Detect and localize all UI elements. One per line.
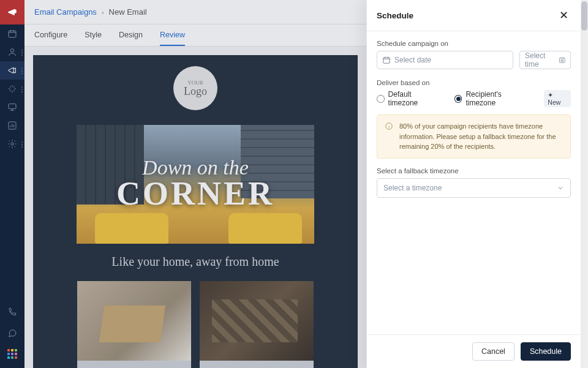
select-placeholder: Select a timezone bbox=[383, 184, 442, 192]
calendar-icon bbox=[7, 29, 17, 39]
schedule-panel: Schedule ✕ Schedule campaign on Select d… bbox=[366, 0, 581, 368]
svg-point-4 bbox=[11, 143, 13, 145]
breadcrumb-current: New Email bbox=[109, 7, 147, 17]
logo-placeholder: YOUR Logo bbox=[173, 66, 217, 110]
card-label: Co-Working bbox=[200, 361, 314, 368]
preview-scroll[interactable]: YOUR Logo Down on the CORNER Like your h… bbox=[24, 47, 366, 368]
tab-design[interactable]: Design bbox=[119, 24, 143, 46]
new-badge[interactable]: ✦ New bbox=[544, 90, 571, 107]
chart-icon bbox=[7, 121, 17, 130]
schedule-on-label: Schedule campaign on bbox=[377, 40, 571, 47]
hero-image: Down on the CORNER bbox=[77, 125, 314, 244]
chevron-down-icon bbox=[557, 184, 564, 192]
app-logo[interactable] bbox=[0, 0, 24, 24]
svg-rect-2 bbox=[9, 104, 16, 109]
hero-block-text: CORNER bbox=[116, 175, 274, 212]
deliver-label: Deliver based on bbox=[377, 79, 571, 86]
time-input[interactable]: Select time bbox=[519, 51, 571, 69]
preview-card: Co-Working bbox=[200, 281, 314, 368]
radio-recipient-timezone[interactable]: Recipient's timezone bbox=[454, 90, 530, 107]
hero-tagline: Like your home, away from home bbox=[33, 255, 358, 269]
radio-default-timezone[interactable]: Default timezone bbox=[377, 90, 441, 107]
fallback-label: Select a fallback timezone bbox=[377, 167, 571, 175]
radio-icon bbox=[454, 95, 462, 103]
chevron-right-icon: › bbox=[102, 9, 104, 16]
nav-calendar[interactable] bbox=[0, 24, 24, 43]
radio-icon bbox=[377, 95, 385, 103]
card-label: Meeting Rooms bbox=[77, 361, 191, 368]
monitor-icon bbox=[7, 102, 17, 112]
info-text: 80% of your campaign recipients have tim… bbox=[399, 121, 563, 152]
breadcrumb-bar: Email Campaigns › New Email bbox=[24, 0, 366, 24]
date-placeholder: Select date bbox=[394, 56, 431, 64]
svg-point-1 bbox=[10, 49, 13, 52]
main-area: Email Campaigns › New Email Configure St… bbox=[24, 0, 366, 368]
apps-icon bbox=[7, 349, 17, 359]
logo-script-text: Logo bbox=[184, 86, 207, 97]
breadcrumb-root[interactable]: Email Campaigns bbox=[34, 7, 97, 17]
nav-reports[interactable] bbox=[0, 116, 24, 135]
fallback-timezone-select[interactable]: Select a timezone bbox=[377, 178, 571, 198]
tab-style[interactable]: Style bbox=[85, 24, 102, 46]
chat-icon bbox=[7, 328, 17, 338]
timezone-info-banner: 80% of your campaign recipients have tim… bbox=[377, 115, 571, 159]
step-tabs: Configure Style Design Review bbox=[24, 24, 366, 47]
nav-phone[interactable] bbox=[0, 303, 24, 321]
date-input[interactable]: Select date bbox=[377, 51, 513, 69]
nav-apps[interactable] bbox=[0, 345, 24, 363]
tab-review[interactable]: Review bbox=[160, 24, 185, 46]
panel-title: Schedule bbox=[377, 11, 413, 20]
info-icon bbox=[385, 122, 393, 130]
nav-contacts[interactable] bbox=[0, 43, 24, 61]
app-sidebar bbox=[0, 0, 24, 368]
calendar-icon bbox=[382, 56, 391, 64]
window-scrollbar[interactable] bbox=[581, 0, 588, 368]
megaphone-icon bbox=[7, 7, 18, 18]
gear-icon bbox=[7, 139, 17, 149]
sparkle-icon bbox=[7, 84, 17, 94]
time-placeholder: Select time bbox=[525, 51, 555, 69]
card-image-rooms bbox=[77, 281, 191, 361]
nav-chat[interactable] bbox=[0, 324, 24, 342]
nav-monitor[interactable] bbox=[0, 98, 24, 116]
nav-campaigns[interactable] bbox=[0, 61, 24, 80]
cancel-button[interactable]: Cancel bbox=[472, 342, 514, 361]
svg-rect-5 bbox=[383, 58, 390, 63]
radio-label: Recipient's timezone bbox=[466, 90, 530, 107]
megaphone-outline-icon bbox=[7, 66, 17, 75]
close-button[interactable]: ✕ bbox=[557, 7, 571, 23]
card-image-cowork bbox=[200, 281, 314, 361]
nav-settings[interactable] bbox=[0, 135, 24, 153]
tab-configure[interactable]: Configure bbox=[34, 24, 67, 46]
email-preview: YOUR Logo Down on the CORNER Like your h… bbox=[33, 55, 358, 368]
svg-rect-0 bbox=[9, 31, 16, 37]
phone-icon bbox=[7, 307, 17, 317]
radio-label: Default timezone bbox=[388, 90, 441, 107]
nav-automations[interactable] bbox=[0, 80, 24, 98]
preview-card: Meeting Rooms bbox=[77, 281, 191, 368]
schedule-button[interactable]: Schedule bbox=[521, 342, 571, 361]
close-icon: ✕ bbox=[559, 9, 568, 21]
user-icon bbox=[7, 47, 17, 57]
clock-icon bbox=[559, 56, 565, 64]
